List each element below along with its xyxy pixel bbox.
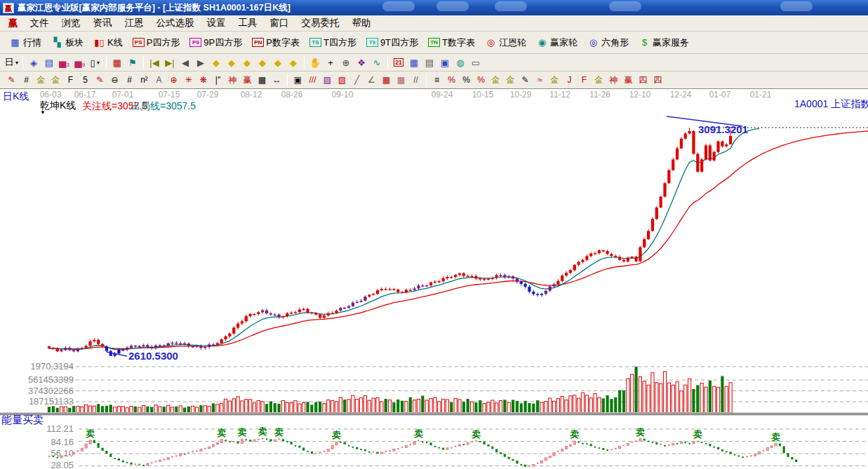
draw-gold-grid-2[interactable]: 金 <box>48 73 63 87</box>
tool-candle-style[interactable]: ▯▼ <box>88 55 103 70</box>
chevron-down-icon[interactable]: ▼ <box>40 110 46 116</box>
draw-gold-grid[interactable]: 金 <box>34 73 48 87</box>
draw-gold-angle[interactable]: 金 <box>547 73 562 87</box>
draw-rays[interactable]: /// <box>305 73 320 87</box>
draw-red-grid-3[interactable]: ▦ <box>394 73 408 87</box>
draw-circle-lines[interactable]: ⊖ <box>107 73 122 87</box>
draw-pen-3[interactable]: ✎ <box>518 73 533 87</box>
tool-red-lattice[interactable]: ▦ <box>109 55 125 70</box>
draw-f-grid[interactable]: F <box>63 73 78 87</box>
draw-si-angle-2[interactable]: 四 <box>650 73 665 87</box>
tool-diamond-compress[interactable]: ◆ <box>286 55 301 70</box>
tool-gann-net[interactable]: ◈ <box>26 55 41 70</box>
tool-gann-shape[interactable]: ❖ <box>354 55 369 70</box>
tool-bars-3[interactable]: ▅₃ <box>57 55 72 70</box>
menu-item-9[interactable]: 交易委托 <box>295 15 346 31</box>
draw-pen[interactable]: ✎ <box>4 73 19 87</box>
draw-five-grid[interactable]: 5 <box>78 73 93 87</box>
tool-flag[interactable]: ⚑ <box>125 55 140 70</box>
menu-item-6[interactable]: 设置 <box>201 15 232 31</box>
draw-ying-grid[interactable]: 赢 <box>240 73 255 87</box>
menu-item-8[interactable]: 窗口 <box>264 15 295 31</box>
draw-j-angle[interactable]: J <box>562 73 577 87</box>
tool-diamond-compress-h[interactable]: ◆ <box>255 55 270 70</box>
draw-n-square[interactable]: n² <box>137 73 152 87</box>
tool-first-page[interactable]: |◀ <box>147 55 162 70</box>
draw-ying-angle[interactable]: 赢 <box>621 73 636 87</box>
btn-winner-wheel[interactable]: ◉赢家轮 <box>531 34 582 51</box>
btn-t-table[interactable]: TNT数字表 <box>423 34 480 51</box>
draw-purple-grid[interactable]: ▨ <box>320 73 335 87</box>
menu-item-2[interactable]: 浏览 <box>55 15 87 31</box>
draw-hash[interactable]: # <box>19 73 34 87</box>
draw-pct-line[interactable]: % <box>474 73 488 87</box>
draw-pen-2[interactable]: ✎ <box>93 73 107 87</box>
menu-item-4[interactable]: 江恩 <box>119 15 150 31</box>
draw-gold-angle-2[interactable]: 金 <box>592 73 606 87</box>
draw-wave[interactable]: ≈ <box>533 73 547 87</box>
draw-diag-2[interactable]: // <box>408 73 423 87</box>
draw-h-arrows[interactable]: ↔ <box>269 73 284 87</box>
tool-diamond-expand[interactable]: ◆ <box>270 55 286 70</box>
tool-last-page[interactable]: ▶| <box>162 55 178 70</box>
btn-9p-square[interactable]: P99P四方形 <box>185 34 247 51</box>
tool-diamond-left[interactable]: ◆ <box>208 55 224 70</box>
btn-sectors[interactable]: ▚板块 <box>46 34 88 51</box>
kline-chart[interactable]: 1970.3194561453399374302266187151133112.… <box>0 89 868 469</box>
draw-pct-angle[interactable]: % <box>444 73 459 87</box>
draw-gold-circle[interactable]: 金 <box>488 73 503 87</box>
draw-web[interactable]: ✳ <box>181 73 196 87</box>
btn-gann-wheel[interactable]: ◎江恩轮 <box>480 34 531 51</box>
tool-save[interactable]: ▣ <box>437 55 453 70</box>
draw-red-grid[interactable]: ▧ <box>335 73 349 87</box>
tool-prev[interactable]: ◀ <box>178 55 193 70</box>
draw-vol-bars[interactable]: ≡ <box>429 73 444 87</box>
draw-gold-lines[interactable]: 金 <box>503 73 518 87</box>
tool-wave-shape[interactable]: ∿ <box>369 55 385 70</box>
tool-calendar[interactable]: 21 <box>391 55 406 70</box>
draw-bar-quote[interactable]: |″ <box>211 73 225 87</box>
tool-diamond-expand-h[interactable]: ◆ <box>239 55 255 70</box>
tool-crosshair[interactable]: + <box>323 55 338 70</box>
btn-kline[interactable]: ▮▯K线 <box>88 34 128 51</box>
btn-quotes[interactable]: ▦行情 <box>4 34 46 51</box>
tool-web[interactable]: ◍ <box>453 55 468 70</box>
tool-hand[interactable]: ✋ <box>307 55 323 70</box>
draw-red-grid-2[interactable]: ▦ <box>379 73 394 87</box>
draw-grid-123[interactable]: ▦ <box>255 73 269 87</box>
draw-hash-2[interactable]: # <box>122 73 137 87</box>
tool-diamond-right[interactable]: ◆ <box>224 55 239 70</box>
menu-item-5[interactable]: 公式选股 <box>150 15 201 31</box>
tool-calculator[interactable]: ▦ <box>406 55 422 70</box>
tool-info-panel[interactable]: ▤ <box>41 55 57 70</box>
tool-notes[interactable]: ▤ <box>422 55 437 70</box>
menu-logo[interactable]: 赢 <box>3 17 24 29</box>
draw-pct[interactable]: % <box>459 73 474 87</box>
btn-p-table[interactable]: PNP数字表 <box>247 34 305 51</box>
draw-target[interactable]: ⊕ <box>166 73 181 87</box>
draw-shen-grid[interactable]: 神 <box>225 73 240 87</box>
draw-a-line[interactable]: A <box>152 73 166 87</box>
tool-period-day[interactable]: 日▼ <box>4 55 20 70</box>
draw-f-angle[interactable]: F <box>577 73 592 87</box>
menu-item-3[interactable]: 资讯 <box>87 15 119 31</box>
draw-shen-angle[interactable]: 神 <box>606 73 621 87</box>
draw-check[interactable]: ∠ <box>364 73 379 87</box>
menu-item-10[interactable]: 帮助 <box>346 15 378 31</box>
tool-next[interactable]: ▶ <box>193 55 208 70</box>
menu-item-1[interactable]: 文件 <box>24 15 55 31</box>
draw-web-2[interactable]: ❋ <box>196 73 211 87</box>
draw-si-angle[interactable]: 四 <box>636 73 650 87</box>
tool-bars-9[interactable]: ▅₉ <box>72 55 88 70</box>
btn-hexagon[interactable]: ◎六角形 <box>582 34 634 51</box>
draw-diag[interactable]: ╱ <box>349 73 364 87</box>
draw-box[interactable]: ▣ <box>291 73 305 87</box>
btn-t-square[interactable]: TST四方形 <box>305 34 361 51</box>
menu-item-7[interactable]: 工具 <box>232 15 264 31</box>
btn-winner-service[interactable]: $赢家服务 <box>634 34 694 51</box>
tool-magnifier[interactable]: ⊕ <box>338 55 354 70</box>
btn-p-square[interactable]: PSP四方形 <box>128 34 185 51</box>
btn-9t-square[interactable]: T99T四方形 <box>361 34 423 51</box>
app-icon[interactable]: 赢 <box>3 3 14 13</box>
tool-print[interactable]: ▭ <box>468 55 483 70</box>
